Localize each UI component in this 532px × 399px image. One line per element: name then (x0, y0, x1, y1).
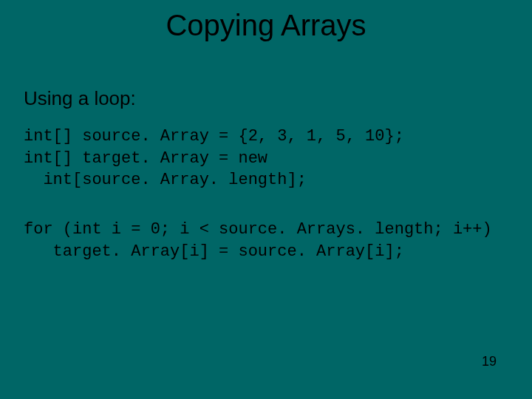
slide: Copying Arrays Using a loop: int[] sourc… (0, 0, 532, 399)
page-number: 19 (482, 354, 497, 369)
code-block-declarations: int[] source. Array = {2, 3, 1, 5, 10}; … (24, 126, 517, 191)
section-heading: Using a loop: (24, 87, 136, 110)
slide-title: Copying Arrays (0, 9, 532, 42)
code-block-loop: for (int i = 0; i < source. Arrays. leng… (24, 219, 517, 262)
